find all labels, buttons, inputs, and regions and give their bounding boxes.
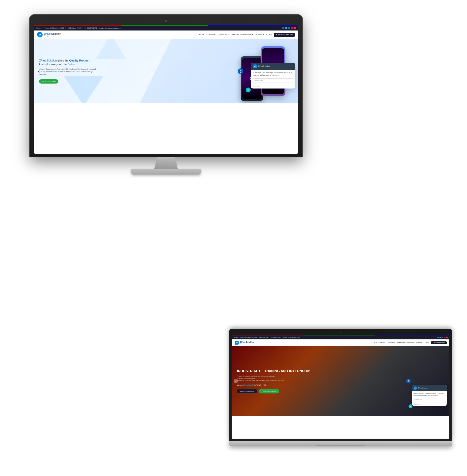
laptop-nav-blogs[interactable]: BLOGS: [425, 342, 429, 344]
laptop-nav-links: HOME COMPANY ▾ SERVICES ▾ TRAINING & INT…: [373, 341, 447, 344]
nav-home[interactable]: HOME: [199, 34, 204, 35]
laptop-logo-text-group: ZPlus Solution IT Expert: [240, 341, 254, 345]
laptop-youtube-icon[interactable]: [444, 337, 445, 338]
nav-career[interactable]: CAREER ▾: [255, 34, 264, 36]
laptop-chat-input[interactable]: Write a reply...: [413, 398, 445, 401]
chat-placeholder: Write a reply...: [254, 80, 264, 81]
linkedin-icon[interactable]: [288, 27, 290, 29]
laptop-nav-training[interactable]: TRAINING & INTERNSHIP ▾: [397, 342, 415, 344]
logo-icon: Z+: [37, 32, 43, 37]
passion-highlight: PASSIONATE: [243, 384, 254, 386]
get-started-label: GET STARTED NOW: [240, 390, 254, 392]
nav-training[interactable]: TRAINING & INTERNSHIP ▾: [231, 34, 253, 36]
hero-title-brand: ZPlus Solution: [39, 59, 57, 62]
laptop: Monday - Friday: 09:00 AM - 06:00 PM +91…: [229, 329, 452, 446]
laptop-chat-close-button[interactable]: ✕: [409, 404, 412, 408]
chat-close-button[interactable]: ✕: [246, 88, 251, 92]
facebook-icon[interactable]: [282, 27, 284, 29]
desktop-site-topbar: Monday - Friday: 09:00 AM - 06:00 PM +91…: [34, 26, 298, 30]
hero-title-bold: Quality Product: [69, 59, 89, 62]
logo-brand-name: ZPlus Solution: [44, 32, 61, 35]
close-icon: ✕: [247, 89, 249, 91]
hero-prev-button[interactable]: ❮: [36, 68, 42, 74]
laptop-instagram-icon[interactable]: [446, 337, 448, 338]
hero-title-text1: gives the: [57, 59, 69, 62]
hero-triangle-2: [96, 39, 126, 59]
instagram-icon[interactable]: [294, 27, 296, 29]
laptop-phone-button[interactable]: 📞 (+91) 96-2443-7487: [259, 389, 279, 393]
topbar-hours: Monday - Friday: 09:00 AM - 06:00 PM: [36, 27, 66, 29]
laptop-logo: Z+ ZPlus Solution IT Expert: [235, 341, 254, 345]
hero-subtitle: Website Development, Android & IOS Mobil…: [39, 68, 99, 76]
nav-company[interactable]: COMPANY ▾: [206, 34, 217, 36]
desktop-hero: ❮ ZPlus Solution gives the Quality Produ…: [34, 39, 298, 103]
monitor-camera: [165, 20, 167, 22]
laptop-hero-buttons: GET STARTED NOW 📞 (+91) 96-2443-7487: [237, 389, 310, 393]
laptop-subtitle-line3: ANDROID, ASP.NET - MVC, VB.NET, PHP, JAV…: [237, 380, 310, 382]
laptop-logo-icon: Z+: [235, 341, 239, 345]
laptop-hero-prev-button[interactable]: ❮: [234, 379, 238, 383]
hero-content: ZPlus Solution gives the Quality Product…: [39, 59, 99, 84]
laptop-hero-next-button[interactable]: ❯: [406, 379, 411, 383]
chat-header: Z+ ZPlus Solution: [251, 63, 295, 70]
laptop-logo-sub: IT Expert: [240, 343, 254, 345]
desktop-chat-widget: Z+ ZPlus Solution Hi there! So we're awa…: [251, 63, 295, 89]
laptop-twitter-icon[interactable]: [440, 337, 441, 338]
laptop-topbar-email: solution@zplussolution.com: [283, 337, 300, 338]
logo-text-group: ZPlus Solution IT Expert: [44, 32, 61, 37]
topbar-right: [282, 27, 296, 29]
chat-avatar: Z+: [253, 64, 257, 68]
nav-blogs[interactable]: BLOGS: [266, 34, 272, 35]
monitor-neck: [151, 157, 181, 169]
laptop-chat-body: Hi there! So we're away right now, but i…: [412, 391, 447, 398]
laptop-topbar-phone1: +91 96244 27467: [258, 337, 269, 338]
logo-letter: Z+: [39, 33, 41, 36]
desktop-nav-links: HOME COMPANY ▾ SERVICES ▾ TRAINING & INT…: [199, 33, 295, 37]
request-pricing-button[interactable]: ✈ REQUEST PRICING: [274, 33, 295, 37]
laptop-facebook-icon[interactable]: [437, 337, 439, 338]
laptop-nav-career[interactable]: CAREER ▾: [416, 342, 423, 344]
laptop-chat-footer: Chat by Drift: [412, 403, 447, 406]
laptop-nav-home[interactable]: HOME: [373, 342, 377, 344]
chat-greeting: Hi there! So we're away right now, but i…: [253, 72, 292, 76]
hero-title: ZPlus Solution gives the Quality Product…: [39, 59, 99, 66]
laptop-linkedin-icon[interactable]: [442, 337, 443, 338]
logo-zplus: ZPlus: [44, 32, 51, 35]
nav-services[interactable]: SERVICES ▾: [219, 34, 229, 36]
laptop-hero-passion: We are PASSIONATE to TEACH YOU: [237, 384, 310, 386]
laptop-subtitle-line2: Windows App Development: [237, 378, 310, 380]
twitter-icon[interactable]: [285, 27, 287, 29]
desktop-monitor: Monday - Friday: 09:00 AM - 06:00 PM +91…: [30, 15, 302, 175]
chat-input-field[interactable]: Write a reply...: [253, 78, 293, 83]
topbar-left: Monday - Friday: 09:00 AM - 06:00 PM +91…: [36, 27, 121, 29]
laptop-logo-brand: ZPlus Solution: [240, 341, 254, 343]
laptop-get-started-button[interactable]: GET STARTED NOW: [237, 389, 257, 393]
laptop-nav-services[interactable]: SERVICES ▾: [388, 342, 396, 344]
laptop-close-icon: ✕: [410, 405, 412, 408]
laptop-topbar-right: [437, 337, 448, 338]
topbar-email: solution@zplussolution.com: [99, 27, 121, 29]
chat-company-name: ZPlus Solution: [258, 65, 270, 67]
laptop-camera: [340, 332, 341, 333]
laptop-screen-part: Monday - Friday: 09:00 AM - 06:00 PM +91…: [229, 329, 452, 441]
laptop-chat-placeholder: Write a reply...: [415, 399, 423, 400]
youtube-icon[interactable]: [291, 27, 293, 29]
hero-next-button[interactable]: ❯: [238, 68, 243, 74]
laptop-request-pricing-button[interactable]: ✈ REQUEST PRICING: [431, 341, 447, 344]
laptop-screen: Monday - Friday: 09:00 AM - 06:00 PM +91…: [232, 335, 449, 439]
laptop-chat-header: Z+ ZPlus Solution: [412, 385, 447, 391]
site-logo: Z+ ZPlus Solution IT Expert: [37, 32, 61, 37]
hero-phone-button[interactable]: +91 96-2443-7487: [39, 79, 58, 84]
scene: Monday - Friday: 09:00 AM - 06:00 PM +91…: [0, 0, 467, 476]
laptop-chat-greeting: Hi there! So we're away right now, but i…: [413, 392, 444, 396]
laptop-next-arrow: ❯: [408, 380, 410, 382]
monitor-bezel-top: [34, 19, 298, 23]
laptop-logo-zplus: ZPlus: [240, 341, 246, 343]
laptop-topbar-phone2: +91 99987 62391: [271, 337, 281, 338]
laptop-site-topbar: Monday - Friday: 09:00 AM - 06:00 PM +91…: [232, 335, 449, 339]
hero-title-text2: that will make your Life Better: [39, 63, 75, 66]
hero-phone-number: +91 96-2443-7487: [42, 81, 56, 82]
laptop-nav-company[interactable]: COMPANY ▾: [378, 342, 386, 344]
laptop-hero-content: INDUSTRIAL IT TRAINING AND INTERNSHIP An…: [237, 369, 310, 393]
laptop-prev-arrow: ❮: [235, 380, 237, 382]
